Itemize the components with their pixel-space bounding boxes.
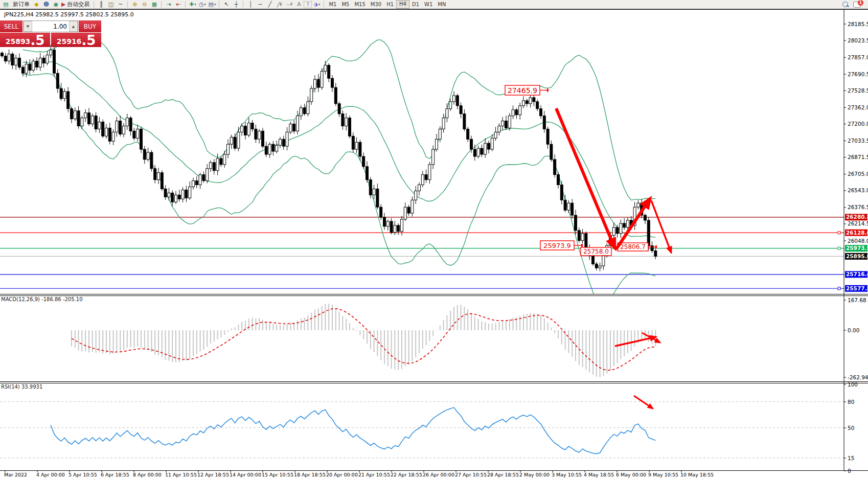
mt4-window: ▤ 新订单 ◆ ☻ ◉ ▶ 自动交易 ║ ◫ ~ ⊕ ⊖ ▦ ⇥ ⇤ ✚▾ ◷▾… [0,0,868,478]
time-label: 6 May 00:00 [616,472,646,477]
time-label: 26 Apr 00:00 [423,472,454,477]
svg-text:25973.9: 25973.9 [543,242,571,249]
time-label: 27 Apr 10:55 [455,472,487,477]
chart-top-border [0,9,868,10]
svg-text:-262.94: -262.94 [848,374,868,380]
macd-pane-separator2 [0,295,868,296]
svg-text:25577.8: 25577.8 [846,285,868,291]
chart-canvas[interactable]: 28185.528023.527857.027690.527528.527362… [0,0,868,478]
time-label: 10 May 18:55 [680,472,714,477]
macd-pane-separator[interactable] [0,294,868,294]
svg-text:80: 80 [848,399,854,405]
time-axis[interactable]: Mar 20224 Apr 00:005 Apr 10:556 Apr 18:5… [0,471,868,478]
volume-stepper: ▼ 1.00 ▲ [23,20,78,32]
time-label: 4 Apr 00:00 [36,472,65,477]
svg-text:25973.9: 25973.9 [846,245,868,251]
rsi-pane-separator2 [0,383,868,383]
rsi-pane-separator[interactable] [0,381,868,382]
symbol-quote-line: JPN225,H4 25982.5 25997.5 25802.5 25895.… [4,11,134,18]
time-axis-border [0,470,868,471]
svg-text:50: 50 [848,425,854,431]
time-label: 12 Apr 18:55 [197,472,229,477]
svg-text:26871.5: 26871.5 [848,154,868,160]
svg-text:26214.5: 26214.5 [848,220,868,226]
one-click-trading-panel: SELL ▼ 1.00 ▲ BUY 25893 .5 25916 .5 [0,20,101,47]
buy-price-main: 25916 [57,36,82,47]
svg-text:27465.9: 27465.9 [508,86,537,95]
sell-button[interactable]: SELL [0,20,22,32]
svg-text:28185.5: 28185.5 [848,21,868,27]
volume-increase-button[interactable]: ▲ [69,21,78,32]
time-label: 8 Apr 00:00 [133,472,162,477]
volume-value[interactable]: 1.00 [32,21,69,32]
time-label: 18 Apr 18:55 [294,472,326,477]
time-label: 21 Apr 10:55 [358,472,390,477]
time-label: 15 Apr 10:55 [262,472,293,477]
svg-text:0.00: 0.00 [848,327,859,333]
svg-text:27033.5: 27033.5 [848,138,868,144]
time-label: Mar 2022 [4,472,27,477]
time-label: 28 Apr 18:55 [487,472,519,477]
svg-text:26705.0: 26705.0 [848,171,868,177]
buy-price-fraction: .5 [81,34,96,47]
sell-price-fraction: .5 [30,34,44,47]
svg-text:26543.0: 26543.0 [848,187,868,193]
svg-text:26280.8: 26280.8 [846,214,868,220]
svg-text:27857.0: 27857.0 [848,54,868,60]
svg-text:28023.5: 28023.5 [848,37,868,43]
time-label: 9 May 10:55 [648,472,678,477]
svg-text:25758.0: 25758.0 [583,248,609,255]
svg-text:100: 100 [848,381,858,388]
time-label: 6 Apr 18:55 [101,472,129,477]
time-label: 14 Apr 00:00 [230,472,261,477]
svg-text:25895.0: 25895.0 [846,253,868,259]
svg-text:27200.0: 27200.0 [848,121,868,127]
rsi-indicator-label: RSI(14) 33.9931 [1,384,42,390]
volume-decrease-button[interactable]: ▼ [24,21,32,32]
svg-text:25716.4: 25716.4 [846,271,868,277]
svg-text:25806.7: 25806.7 [620,243,646,251]
svg-text:27690.5: 27690.5 [848,71,868,77]
svg-text:27362.0: 27362.0 [848,104,868,110]
svg-text:26376.5: 26376.5 [848,204,868,210]
time-label: 2 May 00:00 [519,472,550,477]
time-label: 5 Apr 10:55 [68,472,97,477]
svg-text:26048.0: 26048.0 [848,238,868,244]
sell-price-display[interactable]: 25893 .5 [0,33,50,47]
svg-text:167.68: 167.68 [848,297,866,303]
time-label: 3 May 10:55 [552,472,582,477]
buy-button[interactable]: BUY [79,20,101,32]
svg-text:27528.5: 27528.5 [848,87,868,94]
time-label: 4 May 18:55 [584,472,614,477]
time-label: 22 Apr 18:55 [391,472,422,477]
macd-indicator-label: MACD(12,26,9) -186.86 -205.10 [1,297,83,302]
time-label: 20 Apr 00:00 [326,472,358,477]
svg-text:15: 15 [848,455,854,461]
sell-price-main: 25893 [6,36,31,47]
time-label: 11 Apr 10:55 [165,472,197,477]
buy-price-display[interactable]: 25916 .5 [51,33,101,47]
svg-text:26128.0: 26128.0 [846,230,868,236]
